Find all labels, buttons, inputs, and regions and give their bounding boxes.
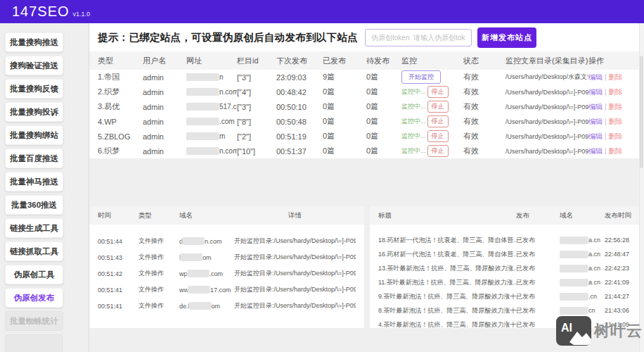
pseudo-original-token-input[interactable] bbox=[365, 29, 472, 46]
site-status: 有效 bbox=[463, 101, 505, 112]
row-actions: 编辑|删除 bbox=[588, 146, 635, 156]
log-domain: ww17.com bbox=[179, 286, 234, 294]
stop-monitor-button[interactable]: 停止 bbox=[427, 101, 449, 113]
pending-count: 0篇 bbox=[366, 146, 401, 156]
delete-link[interactable]: 删除 bbox=[609, 118, 623, 125]
delete-link[interactable]: 删除 bbox=[609, 88, 623, 96]
site-column-id: ["2"] bbox=[237, 132, 276, 141]
sidebar: 批量搜狗推送 搜狗验证推送 批量搜狗反馈 批量搜狗投诉 批量搜狗绑站 批量百度推… bbox=[0, 23, 89, 352]
action-divider: | bbox=[605, 147, 607, 155]
edit-link[interactable]: 编辑 bbox=[588, 103, 603, 111]
delete-link[interactable]: 删除 bbox=[609, 73, 623, 81]
site-url: n.com bbox=[186, 88, 237, 96]
col-domain: 域名 bbox=[560, 211, 605, 220]
action-divider: | bbox=[605, 118, 607, 125]
edit-link[interactable]: 编辑 bbox=[588, 73, 603, 81]
svg-text:AI: AI bbox=[561, 322, 572, 334]
publish-time: 22:56:28 bbox=[605, 237, 636, 244]
stop-monitor-button[interactable]: 停止 bbox=[427, 130, 449, 142]
edit-link[interactable]: 编辑 bbox=[588, 132, 603, 140]
publish-status: 已发布 bbox=[516, 278, 560, 287]
sidebar-item-sogou-verify-push[interactable]: 搜狗验证推送 bbox=[5, 56, 63, 75]
site-url: n bbox=[186, 73, 237, 81]
sidebar-item-link-generate-tool[interactable]: 链接生成工具 bbox=[5, 218, 63, 238]
article-title: 13.茶叶最新泡法！抗癌、降三高、降尿酸效力涨... bbox=[378, 264, 516, 273]
sidebar-item-batch-sogou-push[interactable]: 批量搜狗推送 bbox=[5, 32, 63, 52]
site-username: admin bbox=[143, 147, 186, 156]
stop-monitor-button[interactable]: 停止 bbox=[427, 115, 449, 127]
col-published: 已发布 bbox=[323, 56, 366, 66]
stop-monitor-button[interactable]: 停止 bbox=[427, 145, 449, 157]
redacted-domain-blur bbox=[183, 237, 204, 245]
sidebar-item-pseudo-original-tool[interactable]: 伪原创工具 bbox=[5, 265, 63, 284]
log-domain-prefix: ww bbox=[179, 287, 188, 294]
sidebar-item-batch-spider-stats: 批量蜘蛛统计 bbox=[5, 311, 63, 331]
publish-status: 已发布 bbox=[516, 292, 560, 301]
site-url: .com bbox=[186, 118, 237, 125]
monitor-cell: 监控中...停止 bbox=[401, 101, 463, 113]
monitoring-label: 监控中... bbox=[401, 118, 426, 125]
site-status: 有效 bbox=[463, 116, 505, 127]
redacted-domain-blur bbox=[181, 253, 202, 261]
edit-link[interactable]: 编辑 bbox=[588, 118, 603, 125]
log-row: 00:51:44 文件操作 dn.com 开始监控目录:/Users/hardy… bbox=[89, 233, 364, 249]
col-title: 标题 bbox=[378, 211, 516, 220]
sidebar-item-batch-sogou-feedback[interactable]: 批量搜狗反馈 bbox=[5, 79, 63, 99]
edit-link[interactable]: 编辑 bbox=[588, 88, 603, 96]
col-type: 类型 bbox=[98, 56, 143, 66]
log-detail: 开始监控目录:/Users/hardy/Desktop/\=]-P09Q1/k.… bbox=[234, 269, 356, 278]
edit-link[interactable]: 编辑 bbox=[588, 147, 603, 155]
col-time: 时间 bbox=[98, 211, 139, 220]
add-publish-site-button[interactable]: 新增发布站点 bbox=[477, 27, 536, 48]
scrollbar-thumb[interactable] bbox=[640, 56, 643, 168]
redacted-url-blur bbox=[186, 132, 219, 140]
log-type: 文件操作 bbox=[139, 269, 179, 278]
delete-link[interactable]: 删除 bbox=[609, 103, 623, 111]
delete-link[interactable]: 删除 bbox=[609, 147, 623, 155]
publish-row: 11.茶叶最新泡法！抗癌、降三高、降尿酸效力涨... 已发布 a.cn 22:4… bbox=[370, 275, 644, 289]
pending-count: 0篇 bbox=[366, 116, 401, 127]
redacted-domain-blur bbox=[560, 251, 588, 258]
log-time: 00:51:44 bbox=[98, 238, 139, 245]
col-next-publish: 下次发布 bbox=[276, 56, 323, 66]
log-detail: 开始监控目录:/Users/hardy/Desktop/\=]-P09Q1/k.… bbox=[234, 237, 356, 246]
sidebar-item-pseudo-original-publish[interactable]: 伪原创发布 bbox=[5, 288, 63, 308]
site-url: n.com bbox=[186, 147, 237, 155]
publish-status: 已发布 bbox=[516, 236, 560, 245]
monitor-cell: 监控中...停止 bbox=[401, 86, 463, 98]
sidebar-item-link-crawl-tool[interactable]: 链接抓取工具 bbox=[5, 241, 63, 261]
publish-domain: a.cn bbox=[560, 251, 605, 258]
log-type: 文件操作 bbox=[139, 285, 179, 294]
action-divider: | bbox=[605, 88, 607, 96]
delete-link[interactable]: 删除 bbox=[609, 132, 623, 140]
log-row: 00:51:43 文件操作 lom 开始监控目录:/Users/hardy/De… bbox=[89, 249, 364, 265]
next-publish-time: 23:09:03 bbox=[276, 73, 323, 82]
redacted-domain-blur bbox=[188, 286, 210, 294]
bind-site-hint: 提示：已绑定站点，可设置伪原创后自动发布到以下站点 bbox=[98, 31, 358, 44]
col-monitor-dir: 监控文章目录(采集目录) bbox=[505, 56, 588, 66]
site-type: 4.WP bbox=[98, 118, 143, 126]
sidebar-item-batch-shenma-push[interactable]: 批量神马推送 bbox=[5, 172, 63, 191]
watermark-ai-logo: AI bbox=[555, 315, 592, 346]
monitor-cell: 开始监控 bbox=[401, 70, 463, 84]
next-publish-time: 00:51:19 bbox=[276, 132, 323, 141]
sidebar-item-batch-sogou-bind-site[interactable]: 批量搜狗绑站 bbox=[5, 125, 63, 145]
redacted-url-blur bbox=[186, 147, 219, 155]
site-username: admin bbox=[143, 73, 186, 82]
sidebar-item-batch-baidu-push[interactable]: 批量百度推送 bbox=[5, 149, 63, 168]
pending-count: 0篇 bbox=[366, 72, 401, 82]
stop-monitor-button[interactable]: 停止 bbox=[427, 86, 449, 98]
monitor-cell: 监控中...停止 bbox=[401, 145, 463, 157]
site-url: m bbox=[186, 132, 237, 140]
col-url: 网址 bbox=[186, 56, 237, 66]
publish-time: 22:48:47 bbox=[605, 251, 636, 258]
vertical-scrollbar[interactable] bbox=[639, 23, 644, 352]
site-column-id: ["10"] bbox=[237, 147, 276, 156]
sidebar-item-batch-360-push[interactable]: 批量360推送 bbox=[5, 195, 63, 215]
sidebar-item-batch-sogou-complaint[interactable]: 批量搜狗投诉 bbox=[5, 102, 63, 122]
col-detail: 详情 bbox=[234, 211, 356, 220]
pending-count: 0篇 bbox=[366, 131, 401, 142]
start-monitor-button[interactable]: 开始监控 bbox=[401, 70, 441, 84]
publish-status: 已发布 bbox=[516, 250, 560, 259]
watermark-text: 树叶云 bbox=[594, 320, 643, 341]
